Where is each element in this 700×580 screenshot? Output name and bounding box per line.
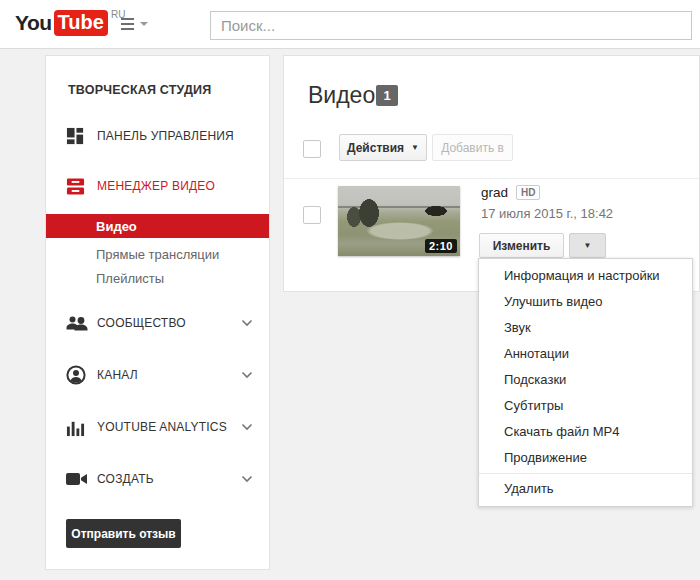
channel-icon (66, 365, 88, 385)
chevron-down-icon (241, 423, 253, 431)
caret-down-icon: ▼ (411, 143, 419, 152)
chevron-down-icon (241, 475, 253, 483)
youtube-logo[interactable]: You Tube RU (15, 10, 125, 36)
send-feedback-label: Отправить отзыв (71, 527, 175, 541)
sidebar-item-community[interactable]: СООБЩЕСТВО (46, 311, 269, 335)
menu-item-audio[interactable]: Звук (479, 315, 692, 341)
sidebar-item-label: КАНАЛ (97, 368, 138, 382)
video-manager-icon (66, 176, 88, 196)
edit-dropdown-menu: Информация и настройки Улучшить видео Зв… (478, 258, 693, 507)
search-input[interactable] (210, 11, 692, 40)
menu-item-promotion[interactable]: Продвижение (479, 445, 692, 471)
edit-button[interactable]: Изменить (479, 233, 564, 258)
sidebar-item-analytics[interactable]: YOUTUBE ANALYTICS (46, 415, 269, 439)
top-bar: You Tube RU (0, 0, 700, 49)
page-title: Видео (308, 82, 375, 109)
create-icon (66, 469, 88, 489)
sidebar-item-create[interactable]: СОЗДАТЬ (46, 467, 269, 491)
sidebar-title: ТВОРЧЕСКАЯ СТУДИЯ (68, 83, 211, 97)
add-to-button-label: Добавить в (441, 141, 504, 155)
sidebar-subitem-label: Плейлисты (96, 271, 164, 286)
menu-item-delete[interactable]: Удалить (479, 476, 692, 502)
edit-button-label: Изменить (493, 239, 551, 253)
sidebar-item-label: YOUTUBE ANALYTICS (97, 420, 227, 434)
menu-item-download-mp4[interactable]: Скачать файл MP4 (479, 419, 692, 445)
analytics-icon (66, 417, 88, 437)
sidebar-subitem-label: Прямые трансляции (96, 247, 219, 262)
hamburger-icon (121, 18, 134, 20)
video-title-line: grad HD (481, 185, 540, 200)
actions-button-label: Действия (347, 141, 404, 155)
video-upload-date: 17 июля 2015 г., 18:42 (481, 206, 613, 221)
video-row-checkbox[interactable] (303, 206, 321, 224)
chevron-down-icon (241, 319, 253, 327)
caret-down-icon: ▼ (584, 241, 592, 250)
sidebar-subitem-playlists[interactable]: Плейлисты (46, 266, 269, 290)
sidebar-item-channel[interactable]: КАНАЛ (46, 363, 269, 387)
toolbar-separator (284, 178, 699, 179)
sidebar-item-label: ПАНЕЛЬ УПРАВЛЕНИЯ (97, 129, 234, 143)
community-icon (66, 313, 88, 333)
edit-dropdown-button[interactable]: ▼ (569, 233, 606, 258)
sidebar-subitem-label: Видео (96, 219, 137, 234)
hd-badge: HD (516, 185, 540, 200)
menu-item-cards[interactable]: Подсказки (479, 367, 692, 393)
actions-button[interactable]: Действия ▼ (339, 134, 427, 161)
video-manager-panel: Видео 1 Действия ▼ Добавить в 2:10 grad … (283, 55, 700, 292)
sidebar-item-video-manager[interactable]: МЕНЕДЖЕР ВИДЕО (46, 174, 269, 198)
logo-text-you: You (15, 11, 52, 35)
sidebar: ТВОРЧЕСКАЯ СТУДИЯ ПАНЕЛЬ УПРАВЛЕНИЯ МЕНЕ… (45, 55, 270, 570)
dashboard-icon (66, 126, 88, 146)
menu-toggle-button[interactable] (121, 18, 147, 32)
video-title-link[interactable]: grad (481, 185, 508, 200)
menu-item-annotations[interactable]: Аннотации (479, 341, 692, 367)
chevron-down-icon (241, 371, 253, 379)
sidebar-item-label: СОЗДАТЬ (97, 472, 154, 486)
video-thumbnail[interactable]: 2:10 (338, 186, 460, 256)
logo-text-tube: Tube (54, 10, 108, 36)
menu-item-info-settings[interactable]: Информация и настройки (479, 263, 692, 289)
menu-item-enhance-video[interactable]: Улучшить видео (479, 289, 692, 315)
send-feedback-button[interactable]: Отправить отзыв (66, 519, 181, 548)
select-all-checkbox[interactable] (303, 140, 321, 158)
sidebar-item-dashboard[interactable]: ПАНЕЛЬ УПРАВЛЕНИЯ (46, 124, 269, 148)
hamburger-caret-icon (140, 22, 148, 26)
menu-item-subtitles[interactable]: Субтитры (479, 393, 692, 419)
sidebar-item-label: МЕНЕДЖЕР ВИДЕО (97, 179, 215, 193)
creator-studio-screen: You Tube RU ТВОРЧЕСКАЯ СТУДИЯ ПАНЕЛЬ УПР… (0, 0, 700, 580)
duration-badge: 2:10 (425, 239, 457, 253)
menu-separator (479, 473, 692, 474)
add-to-button[interactable]: Добавить в (432, 134, 513, 161)
sidebar-subitem-videos-selected[interactable]: Видео (46, 214, 269, 238)
sidebar-subitem-live-streams[interactable]: Прямые трансляции (46, 242, 269, 266)
sidebar-item-label: СООБЩЕСТВО (97, 316, 186, 330)
video-count-badge: 1 (376, 85, 398, 106)
